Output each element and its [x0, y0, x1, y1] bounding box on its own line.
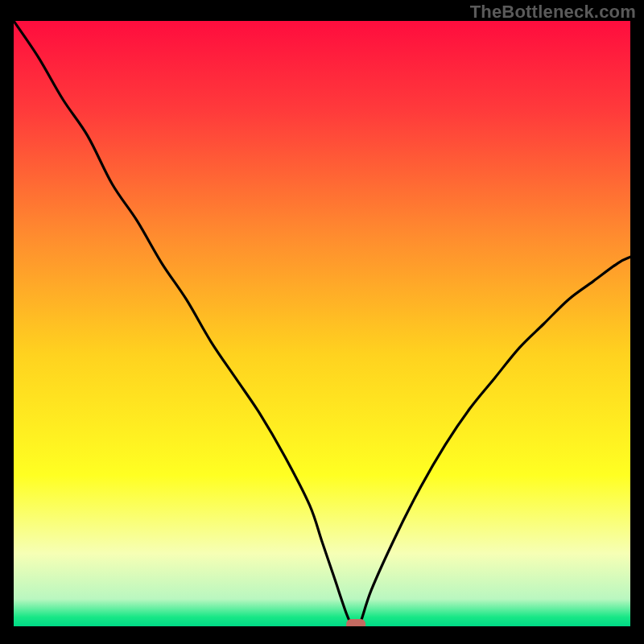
- plot-area: [14, 21, 630, 626]
- bottleneck-chart: [14, 21, 630, 626]
- chart-frame: TheBottleneck.com: [0, 0, 644, 644]
- watermark-text: TheBottleneck.com: [470, 2, 636, 23]
- gradient-background: [14, 21, 630, 626]
- optimal-marker: [346, 619, 365, 626]
